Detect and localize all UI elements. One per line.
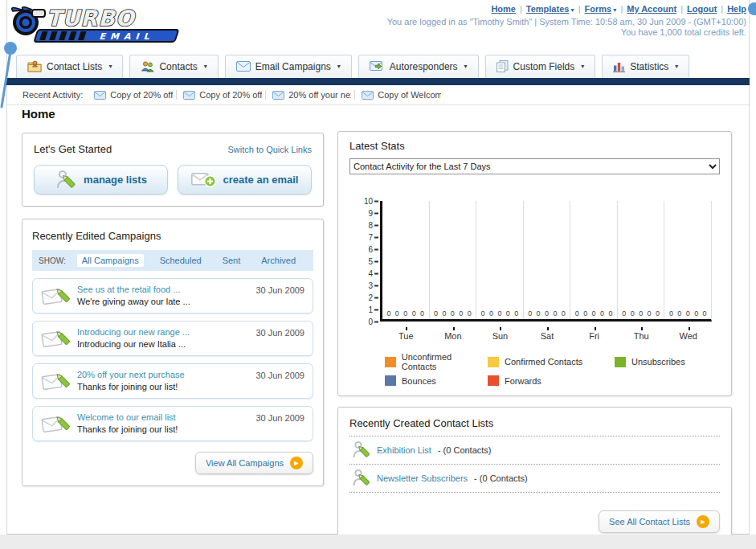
tab-statistics[interactable]: Statistics▾ bbox=[602, 55, 689, 78]
data-value-label: 0 bbox=[669, 309, 673, 318]
person-pencil-icon bbox=[351, 440, 370, 461]
header-link-templates[interactable]: Templates bbox=[526, 4, 570, 14]
contact-list-detail: - (0 Contacts) bbox=[438, 445, 492, 455]
header-link-home[interactable]: Home bbox=[491, 4, 516, 14]
campaigns-title: Recently Edited Campaigns bbox=[32, 230, 313, 242]
tab-email-campaigns[interactable]: Email Campaigns▾ bbox=[225, 55, 352, 78]
y-tick-label: 5 bbox=[361, 257, 378, 266]
y-tick-label: 8 bbox=[361, 221, 378, 230]
recent-activity-item[interactable]: Copy of 20% off yo bbox=[94, 90, 177, 100]
recent-activity-item[interactable]: 20% off your next bbox=[272, 90, 355, 100]
campaign-title-link[interactable]: Introducing our new range ... bbox=[77, 326, 248, 338]
contact-list-row[interactable]: Exhibition List- (0 Contacts) bbox=[349, 436, 720, 465]
chevron-down-icon: ▾ bbox=[108, 63, 112, 70]
legend-swatch bbox=[488, 375, 499, 386]
people-icon bbox=[141, 60, 154, 72]
campaign-card[interactable]: Welcome to our email listThanks for join… bbox=[32, 406, 313, 441]
data-value-label: 0 bbox=[686, 309, 690, 318]
contact-list-detail: - (0 Contacts) bbox=[474, 473, 528, 483]
campaign-date: 30 Jun 2009 bbox=[255, 328, 304, 338]
x-tick-label: Wed bbox=[664, 327, 712, 341]
legend-label: Forwards bbox=[505, 376, 541, 386]
campaign-filter-tabs: All CampaignsScheduledSentArchived bbox=[77, 254, 300, 267]
campaign-date: 30 Jun 2009 bbox=[255, 413, 304, 423]
view-all-campaigns-button[interactable]: View All Campaigns ► bbox=[195, 452, 313, 474]
data-value-label: 0 bbox=[656, 309, 660, 318]
envelope-plus-icon bbox=[191, 170, 216, 189]
filter-tab-sent[interactable]: Sent bbox=[218, 254, 246, 267]
chart-legend: Unconfirmed ContactsConfirmed ContactsUn… bbox=[385, 352, 712, 386]
tab-contact-lists[interactable]: Contact Lists▾ bbox=[16, 55, 123, 78]
envelope-pencil-icon bbox=[41, 285, 70, 307]
recent-activity-item-label: Copy of 20% off yo bbox=[199, 90, 262, 100]
tab-label: Autoresponders bbox=[390, 61, 458, 72]
chart-day-group: 00000 bbox=[476, 201, 524, 319]
recent-activity-item[interactable]: Copy of Welcome to bbox=[362, 90, 444, 100]
create-an-email-button[interactable]: create an email bbox=[178, 165, 312, 195]
data-value-label: 0 bbox=[631, 309, 635, 318]
tab-label: Contacts bbox=[159, 61, 197, 72]
campaign-title-link[interactable]: 20% off your next purchase bbox=[77, 369, 248, 381]
bar-chart-icon bbox=[613, 61, 625, 72]
filter-tab-all-campaigns[interactable]: All Campaigns bbox=[77, 254, 144, 267]
campaign-title-link[interactable]: See us at the retail food ... bbox=[77, 284, 248, 296]
navy-divider-bar bbox=[6, 78, 750, 85]
data-value-label: 0 bbox=[694, 309, 698, 318]
filter-tab-archived[interactable]: Archived bbox=[256, 254, 300, 267]
contact-list-name-link[interactable]: Newsletter Subscribers bbox=[377, 473, 468, 483]
tab-label: Statistics bbox=[630, 61, 668, 72]
tab-contacts[interactable]: Contacts▾ bbox=[129, 55, 218, 78]
campaign-text: Welcome to our email listThanks for join… bbox=[77, 412, 248, 436]
data-value-label: 0 bbox=[434, 309, 438, 318]
contact-list-name-link[interactable]: Exhibition List bbox=[377, 445, 431, 455]
y-tick-label: 3 bbox=[361, 281, 378, 290]
campaign-title-link[interactable]: Welcome to our email list bbox=[77, 412, 248, 424]
header-link-logout[interactable]: Logout bbox=[687, 4, 717, 14]
y-tick-label: 0 bbox=[361, 318, 378, 326]
tab-label: Contact Lists bbox=[47, 61, 102, 72]
value-labels: 00000 bbox=[664, 309, 711, 318]
data-value-label: 0 bbox=[562, 309, 566, 318]
button-label: create an email bbox=[223, 174, 299, 186]
legend-label: Unconfirmed Contacts bbox=[402, 352, 488, 371]
envelope-arrow-icon bbox=[370, 61, 385, 72]
chevron-down-icon: ▾ bbox=[337, 63, 341, 70]
arrow-circle-icon: ► bbox=[697, 515, 709, 528]
pages-icon bbox=[497, 60, 509, 72]
data-value-label: 0 bbox=[537, 309, 541, 318]
switch-quick-links-link[interactable]: Switch to Quick Links bbox=[227, 145, 312, 154]
see-all-contact-lists-button[interactable]: See All Contact Lists ► bbox=[599, 510, 720, 533]
tab-label: Custom Fields bbox=[513, 61, 575, 72]
login-info-line: You are logged in as "Timothy Smith" | S… bbox=[387, 17, 746, 27]
value-labels: 00000 bbox=[524, 309, 570, 318]
campaign-subtitle: Thanks for joining our list! bbox=[77, 424, 248, 436]
header-link-help[interactable]: Help bbox=[727, 4, 746, 14]
filter-tab-scheduled[interactable]: Scheduled bbox=[155, 254, 206, 267]
envelope-pencil-icon bbox=[41, 412, 70, 435]
tab-custom-fields[interactable]: Custom Fields▾ bbox=[485, 55, 596, 78]
contact-list-row[interactable]: Newsletter Subscribers- (0 Contacts) bbox=[349, 465, 720, 493]
data-value-label: 0 bbox=[545, 309, 549, 318]
campaign-card[interactable]: See us at the retail food ...We're givin… bbox=[32, 278, 313, 313]
contact-lists-title: Recently Created Contact Lists bbox=[349, 417, 720, 429]
manage-lists-button[interactable]: manage lists bbox=[34, 165, 168, 195]
left-column: Let's Get Started Switch to Quick Links … bbox=[22, 133, 324, 486]
header-link-my-account[interactable]: My Account bbox=[627, 4, 676, 14]
stats-report-select[interactable]: Contact Activity for the Last 7 Days bbox=[349, 158, 720, 174]
chart-x-axis: TueMonSunSatFriThuWed bbox=[382, 327, 712, 341]
data-value-label: 0 bbox=[403, 309, 407, 318]
campaign-card[interactable]: 20% off your next purchaseThanks for joi… bbox=[32, 363, 313, 399]
header-link-forms[interactable]: Forms bbox=[585, 4, 612, 14]
chevron-down-icon: ▾ bbox=[204, 63, 207, 70]
link-separator: | bbox=[520, 4, 522, 14]
data-value-label: 0 bbox=[506, 309, 510, 318]
recent-activity-item[interactable]: Copy of 20% off yo bbox=[183, 90, 266, 100]
legend-swatch bbox=[385, 357, 396, 367]
campaign-card[interactable]: Introducing our new range ...Introducing… bbox=[32, 321, 313, 356]
see-all-contact-lists-label: See All Contact Lists bbox=[609, 517, 690, 526]
value-labels: 00000 bbox=[618, 309, 664, 318]
data-value-label: 0 bbox=[489, 309, 493, 318]
tab-autoresponders[interactable]: Autoresponders▾ bbox=[358, 55, 479, 78]
envelope-pencil-icon bbox=[41, 370, 70, 392]
data-value-label: 0 bbox=[639, 309, 643, 318]
